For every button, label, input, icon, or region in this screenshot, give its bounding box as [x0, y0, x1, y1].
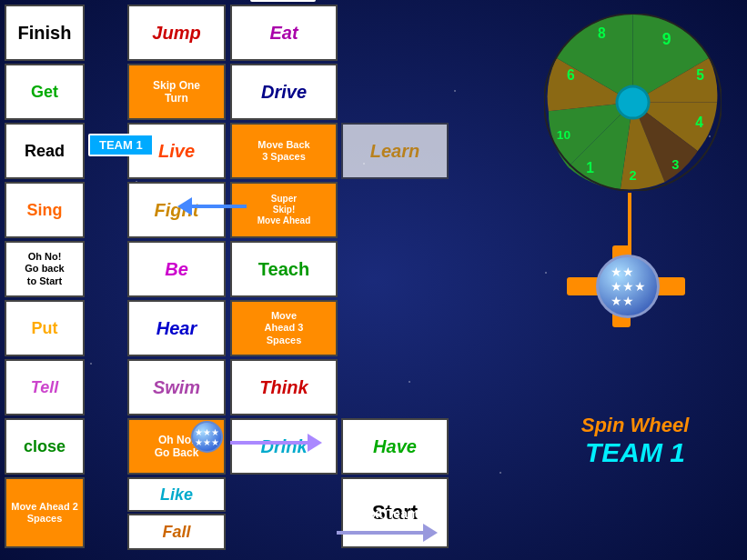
cell-mc1: Jump	[127, 5, 226, 61]
spinner-ball: ★★★★★★★	[596, 255, 660, 318]
cell-lc2: Get	[5, 64, 85, 120]
team1-marker: TEAM 1	[88, 134, 154, 156]
svg-point-1	[617, 86, 649, 118]
cell-rc6: MoveAhead 3Spaces	[230, 300, 338, 356]
cell-mc10: Fall	[127, 514, 226, 550]
spin-team-text: TEAM 1	[530, 437, 740, 468]
cell-rc7: Think	[230, 359, 338, 415]
spin-wheel-area: 9 5 4 3 2 1 10 6 8 ★★★★★★★ Spin Wheel TE…	[530, 5, 740, 550]
svg-text:3: 3	[671, 157, 679, 172]
next-team-arrow	[337, 524, 438, 542]
spin-wheel[interactable]: 9 5 4 3 2 1 10 6 8	[544, 14, 722, 191]
cell-learn: Learn	[341, 123, 449, 179]
svg-text:10: 10	[557, 128, 571, 142]
svg-text:6: 6	[567, 67, 575, 83]
cell-lc4: Sing	[5, 182, 85, 238]
next-team-area: Next Team	[337, 506, 438, 542]
cell-rc5: Teach	[230, 241, 338, 297]
cell-rc1: Eat	[230, 5, 338, 61]
cell-lc8: close	[5, 418, 85, 475]
game-board: Finish Get Read Sing Oh No!Go backto Sta…	[5, 5, 523, 555]
cell-rc9: Have	[341, 418, 449, 475]
svg-text:4: 4	[695, 115, 703, 130]
cell-mc6: Hear	[127, 300, 226, 356]
svg-text:2: 2	[629, 168, 636, 183]
svg-text:1: 1	[586, 161, 594, 176]
cell-mc2: Skip OneTurn	[127, 64, 226, 120]
svg-text:5: 5	[696, 67, 704, 83]
cell-rc2: Drive	[230, 64, 338, 120]
wheel-container[interactable]: 9 5 4 3 2 1 10 6 8	[544, 14, 722, 191]
cell-lc3: Read	[5, 123, 85, 179]
team1-piece: ★★★★★★	[191, 421, 223, 453]
svg-text:8: 8	[598, 25, 606, 41]
cell-mc7: Swim	[127, 359, 226, 415]
cell-lc9: Move Ahead 2Spaces	[5, 477, 85, 548]
cell-rc3: Move Back3 Spaces	[230, 123, 338, 179]
cell-mc5: Be	[127, 241, 226, 297]
oh-no-arrow	[230, 434, 322, 452]
cell-lc7: Tell	[5, 359, 85, 415]
spin-wheel-label: Spin Wheel TEAM 1	[530, 414, 740, 468]
team2-marker: TEAM 2	[250, 0, 316, 2]
cell-lc5: Oh No!Go backto Start	[5, 241, 85, 297]
cell-lc1: Finish	[5, 5, 85, 61]
svg-text:9: 9	[662, 30, 671, 48]
cell-mc9: Like	[127, 477, 226, 512]
cell-lc6: Put	[5, 300, 85, 356]
next-team-label: Next Team	[356, 506, 419, 521]
team1-arrow	[177, 197, 247, 215]
spin-text: Spin Wheel	[530, 414, 740, 437]
